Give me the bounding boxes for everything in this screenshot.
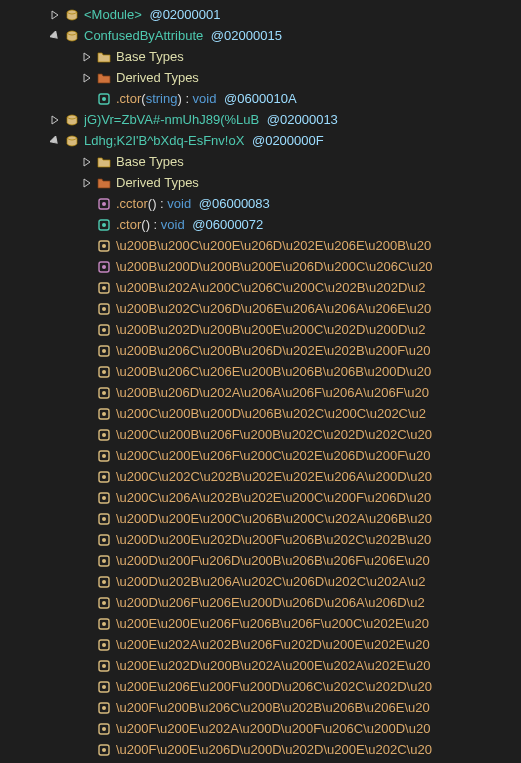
derived-types-folder-2[interactable]: Derived Types: [0, 172, 521, 193]
folder-icon: [96, 49, 112, 65]
module-node[interactable]: <Module> @02000001: [0, 4, 521, 25]
svg-point-23: [102, 412, 106, 416]
expander-closed-icon[interactable]: [80, 71, 94, 85]
obf-member[interactable]: \u200F\u200B\u206C\u200B\u202B\u206B\u20…: [0, 697, 521, 718]
obf-member[interactable]: \u200B\u202C\u206D\u206E\u206A\u206A\u20…: [0, 298, 521, 319]
expander-none: [80, 407, 94, 421]
node-label: \u200B\u206C\u200B\u206D\u202E\u202B\u20…: [116, 340, 430, 361]
method-int-icon: [96, 238, 112, 254]
expander-open-icon[interactable]: [48, 134, 62, 148]
obf-member[interactable]: \u200C\u200B\u200D\u206B\u202C\u200C\u20…: [0, 403, 521, 424]
expander-closed-icon[interactable]: [80, 176, 94, 190]
node-label: jG)Vr=ZbVA#-nmUhJ89(%LuB @02000013: [84, 109, 338, 130]
node-label: \u200B\u206C\u206E\u200B\u206B\u206B\u20…: [116, 361, 431, 382]
obf-member[interactable]: \u200C\u206A\u202B\u202E\u200C\u200F\u20…: [0, 487, 521, 508]
obf-member[interactable]: \u200E\u202D\u200B\u202A\u200E\u202A\u20…: [0, 655, 521, 676]
svg-point-15: [102, 328, 106, 332]
obf-member[interactable]: \u200D\u202B\u206A\u202C\u206D\u202C\u20…: [0, 571, 521, 592]
obf-member[interactable]: \u200F\u200E\u206D\u200D\u202D\u200E\u20…: [0, 739, 521, 760]
namespace-icon: [64, 133, 80, 149]
node-label: Base Types: [116, 46, 184, 67]
node-label: \u200B\u202A\u200C\u206C\u200C\u202B\u20…: [116, 277, 425, 298]
node-label: \u200E\u200E\u206F\u206B\u206F\u200C\u20…: [116, 613, 429, 634]
node-label: ConfusedByAttribute @02000015: [84, 25, 282, 46]
obf-member[interactable]: \u200E\u200E\u206F\u206B\u206F\u200C\u20…: [0, 613, 521, 634]
obf-member[interactable]: \u200E\u206E\u200F\u200D\u206C\u202C\u20…: [0, 676, 521, 697]
expander-none: [80, 512, 94, 526]
expander-none: [80, 596, 94, 610]
obf-member[interactable]: \u200B\u200D\u200B\u200E\u206D\u200C\u20…: [0, 256, 521, 277]
derived-types-folder[interactable]: Derived Types: [0, 67, 521, 88]
expander-closed-icon[interactable]: [48, 113, 62, 127]
method-int-icon: [96, 385, 112, 401]
expander-closed-icon[interactable]: [48, 8, 62, 22]
obf-member[interactable]: \u200B\u202A\u200C\u206C\u200C\u202B\u20…: [0, 277, 521, 298]
ctor-method[interactable]: .ctor(string) : void @0600010A: [0, 88, 521, 109]
method-int-icon: [96, 721, 112, 737]
method-int-icon: [96, 322, 112, 338]
method-int-icon: [96, 301, 112, 317]
obf-member[interactable]: \u200B\u206C\u200B\u206D\u202E\u202B\u20…: [0, 340, 521, 361]
svg-point-41: [102, 601, 106, 605]
node-label: <Module> @02000001: [84, 4, 220, 25]
method-pub-icon: [96, 91, 112, 107]
expander-closed-icon[interactable]: [80, 155, 94, 169]
svg-point-13: [102, 307, 106, 311]
expander-none: [80, 722, 94, 736]
expander-none: [80, 743, 94, 757]
obf-member[interactable]: \u200D\u200E\u200C\u206B\u200C\u202A\u20…: [0, 508, 521, 529]
obf-member[interactable]: \u200C\u200E\u206F\u200C\u202E\u206D\u20…: [0, 445, 521, 466]
type-confusedbyattribute[interactable]: ConfusedByAttribute @02000015: [0, 25, 521, 46]
obf-member[interactable]: \u200C\u200B\u206F\u200B\u202C\u202D\u20…: [0, 424, 521, 445]
svg-point-11: [102, 286, 106, 290]
node-label: Derived Types: [116, 172, 199, 193]
node-label: \u200E\u202A\u202B\u206F\u202D\u200E\u20…: [116, 634, 430, 655]
expander-closed-icon[interactable]: [80, 50, 94, 64]
obf-member[interactable]: \u200C\u202C\u202B\u202E\u202E\u206A\u20…: [0, 466, 521, 487]
svg-point-19: [102, 370, 106, 374]
obf-member[interactable]: \u200D\u206F\u206E\u200D\u206D\u206A\u20…: [0, 592, 521, 613]
assembly-tree[interactable]: <Module> @02000001ConfusedByAttribute @0…: [0, 0, 521, 763]
svg-point-33: [102, 517, 106, 521]
expander-none: [80, 428, 94, 442]
node-label: \u200B\u202C\u206D\u206E\u206A\u206A\u20…: [116, 298, 431, 319]
node-label: Derived Types: [116, 67, 199, 88]
obf-member[interactable]: \u200B\u206C\u206E\u200B\u206B\u206B\u20…: [0, 361, 521, 382]
method-int-icon: [96, 280, 112, 296]
svg-point-31: [102, 496, 106, 500]
method-int-icon: [96, 532, 112, 548]
expander-none: [80, 533, 94, 547]
node-label: .ctor() : void @06000072: [116, 214, 263, 235]
type-obf1[interactable]: jG)Vr=ZbVA#-nmUhJ89(%LuB @02000013: [0, 109, 521, 130]
type-obf2[interactable]: Ldhg;K2I'B^bXdq-EsFnv!oX @0200000F: [0, 130, 521, 151]
svg-point-35: [102, 538, 106, 542]
base-types-folder[interactable]: Base Types: [0, 46, 521, 67]
node-label: \u200D\u200E\u200C\u206B\u200C\u202A\u20…: [116, 508, 432, 529]
node-label: \u200C\u200B\u206F\u200B\u202C\u202D\u20…: [116, 424, 432, 445]
expander-none: [80, 575, 94, 589]
expander-none: [80, 218, 94, 232]
obf-member[interactable]: \u200B\u202D\u200B\u200E\u200C\u202D\u20…: [0, 319, 521, 340]
obf-member[interactable]: \u200E\u202A\u202B\u206F\u202D\u200E\u20…: [0, 634, 521, 655]
obf-member[interactable]: \u200B\u200C\u200E\u206D\u202E\u206E\u20…: [0, 235, 521, 256]
svg-point-3: [102, 202, 106, 206]
method-int-icon: [96, 469, 112, 485]
obf-member[interactable]: \u200B\u206D\u202A\u206A\u206F\u206A\u20…: [0, 382, 521, 403]
namespace-icon: [64, 28, 80, 44]
expander-none: [80, 701, 94, 715]
base-types-folder-2[interactable]: Base Types: [0, 151, 521, 172]
node-label: .cctor() : void @06000083: [116, 193, 270, 214]
cctor-method[interactable]: .cctor() : void @06000083: [0, 193, 521, 214]
method-int-icon: [96, 490, 112, 506]
obf-member[interactable]: \u200D\u200E\u202D\u200F\u206B\u202C\u20…: [0, 529, 521, 550]
node-label: \u200C\u202C\u202B\u202E\u202E\u206A\u20…: [116, 466, 432, 487]
method-pub-icon: [96, 217, 112, 233]
ctor-method-2[interactable]: .ctor() : void @06000072: [0, 214, 521, 235]
svg-point-39: [102, 580, 106, 584]
svg-point-51: [102, 706, 106, 710]
expander-none: [80, 470, 94, 484]
obf-member[interactable]: \u200F\u200E\u202A\u200D\u200F\u206C\u20…: [0, 718, 521, 739]
expander-open-icon[interactable]: [48, 29, 62, 43]
obf-member[interactable]: \u200D\u200F\u206D\u200B\u206B\u206F\u20…: [0, 550, 521, 571]
node-label: \u200C\u200B\u200D\u206B\u202C\u200C\u20…: [116, 403, 426, 424]
